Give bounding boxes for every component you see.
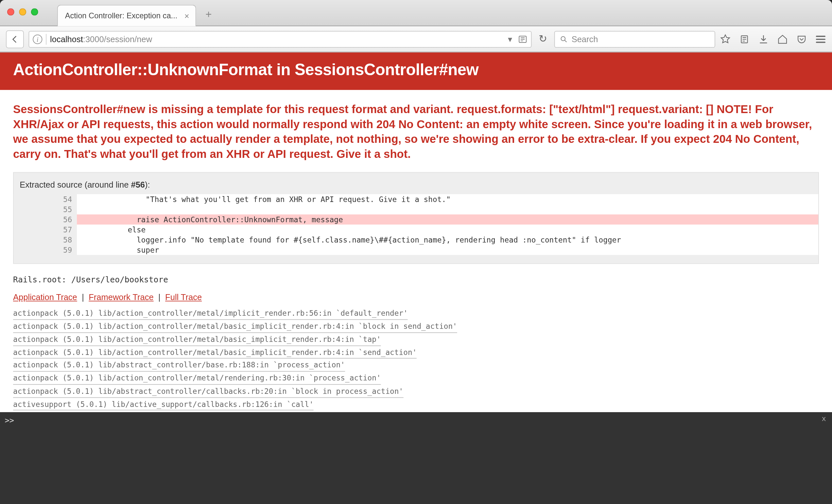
- error-title: ActionController::UnknownFormat in Sessi…: [13, 61, 819, 79]
- close-tab-icon[interactable]: ×: [184, 11, 189, 21]
- toolbar-icons: [720, 34, 826, 45]
- reader-icon[interactable]: [518, 34, 527, 44]
- url-text: localhost:3000/session/new: [50, 34, 152, 44]
- trace-line[interactable]: actionpack (5.0.1) lib/action_controller…: [13, 321, 457, 333]
- back-button[interactable]: [6, 30, 24, 48]
- close-window-button[interactable]: [7, 8, 15, 16]
- trace-line[interactable]: actionpack (5.0.1) lib/action_controller…: [13, 308, 408, 320]
- trace-tabs: Application Trace | Framework Trace | Fu…: [13, 292, 819, 302]
- line-number: 55: [14, 205, 77, 215]
- window-title-bar: Action Controller: Exception ca... × +: [0, 0, 832, 26]
- console-prompt: >>: [5, 416, 15, 425]
- back-icon: [10, 34, 20, 44]
- svg-point-1: [561, 36, 565, 40]
- trace-line[interactable]: actionpack (5.0.1) lib/abstract_controll…: [13, 360, 345, 372]
- framework-trace-link[interactable]: Framework Trace: [88, 292, 153, 302]
- library-icon[interactable]: [739, 34, 750, 45]
- code-line: [77, 205, 818, 215]
- code-line: else: [77, 225, 818, 235]
- source-code-table: 54 "That's what you'll get from an XHR o…: [14, 194, 818, 255]
- bookmark-star-icon[interactable]: [720, 34, 731, 45]
- code-line: "That's what you'll get from an XHR or A…: [77, 194, 818, 205]
- rails-root: Rails.root: /Users/leo/bookstore: [13, 275, 819, 284]
- trace-line[interactable]: actionpack (5.0.1) lib/abstract_controll…: [13, 386, 403, 398]
- window-controls: [7, 8, 38, 16]
- menu-button[interactable]: [815, 34, 826, 45]
- downloads-icon[interactable]: [758, 34, 769, 45]
- trace-list: actionpack (5.0.1) lib/action_controller…: [13, 308, 819, 412]
- error-message: SessionsController#new is missing a temp…: [13, 102, 819, 162]
- trace-line[interactable]: actionpack (5.0.1) lib/action_controller…: [13, 347, 417, 359]
- application-trace-link[interactable]: Application Trace: [13, 292, 77, 302]
- code-line: super: [77, 245, 818, 255]
- page-content: ActionController::UnknownFormat in Sessi…: [0, 52, 832, 412]
- full-trace-link[interactable]: Full Trace: [165, 292, 202, 302]
- zoom-window-button[interactable]: [31, 8, 38, 16]
- search-box[interactable]: Search: [554, 31, 715, 47]
- error-header: ActionController::UnknownFormat in Sessi…: [0, 52, 832, 90]
- url-separator: [46, 34, 47, 45]
- source-label: Extracted source (around line #56):: [14, 179, 818, 194]
- trace-line[interactable]: actionpack (5.0.1) lib/action_controller…: [13, 334, 381, 346]
- trace-line[interactable]: activesupport (5.0.1) lib/active_support…: [13, 399, 314, 411]
- search-icon: [560, 35, 568, 44]
- line-number: 54: [14, 194, 77, 205]
- url-bar[interactable]: i localhost:3000/session/new ▾: [28, 31, 531, 47]
- web-console[interactable]: >> x: [0, 412, 832, 504]
- search-placeholder: Search: [572, 34, 598, 44]
- code-line: logger.info "No template found for #{sel…: [77, 235, 818, 245]
- line-number: 58: [14, 235, 77, 245]
- browser-toolbar: i localhost:3000/session/new ▾ ↻ Search: [0, 26, 832, 52]
- dropdown-icon[interactable]: ▾: [508, 34, 512, 44]
- minimize-window-button[interactable]: [19, 8, 26, 16]
- tab-title: Action Controller: Exception ca...: [65, 11, 178, 20]
- line-number: 56: [14, 215, 77, 225]
- pocket-icon[interactable]: [796, 34, 807, 45]
- extracted-source: Extracted source (around line #56): 54 "…: [13, 172, 819, 264]
- browser-tab[interactable]: Action Controller: Exception ca... ×: [57, 5, 196, 26]
- hamburger-icon: [816, 35, 826, 43]
- new-tab-button[interactable]: +: [203, 8, 214, 20]
- code-line: raise ActionController::UnknownFormat, m…: [77, 215, 818, 225]
- console-close-button[interactable]: x: [822, 415, 826, 423]
- home-icon[interactable]: [777, 34, 788, 45]
- trace-line[interactable]: actionpack (5.0.1) lib/action_controller…: [13, 373, 381, 385]
- reload-button[interactable]: ↻: [536, 33, 549, 45]
- site-info-icon[interactable]: i: [33, 34, 42, 44]
- line-number: 59: [14, 245, 77, 255]
- line-number: 57: [14, 225, 77, 235]
